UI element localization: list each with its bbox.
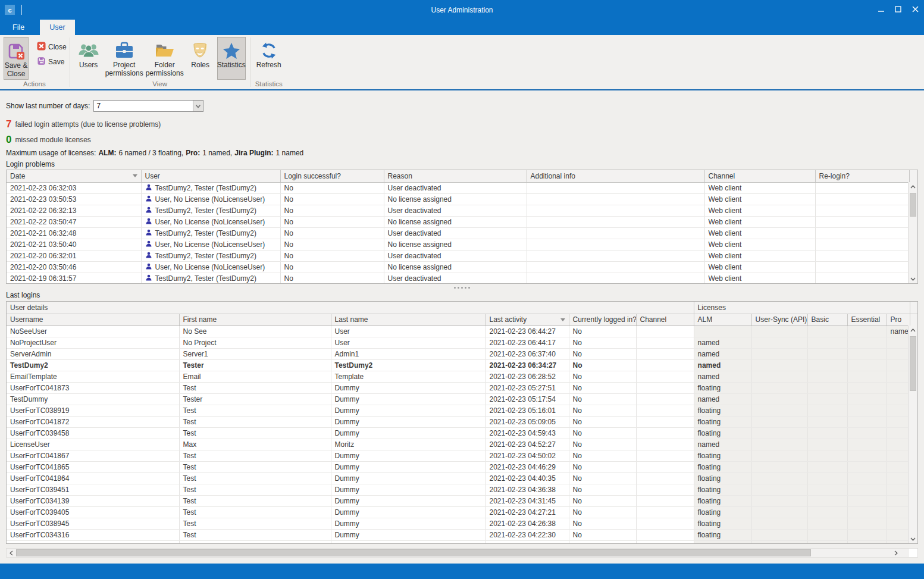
scrollbar-thumb[interactable] (16, 549, 811, 556)
column-header-username[interactable]: Username (7, 314, 179, 326)
combobox-dropdown-button[interactable] (193, 101, 203, 111)
tab-user[interactable]: User (40, 20, 74, 35)
table-row[interactable]: 2021-02-20 06:32:01TestDumy2, Tester (Te… (7, 250, 917, 261)
close-red-icon (37, 42, 46, 52)
column-header-alm[interactable]: ALM (694, 314, 751, 326)
cell-pro (887, 495, 910, 506)
login-problems-grid: Date User Login successful? Reason Addit… (6, 170, 918, 284)
table-row[interactable]: UserForTC039405TestDummy2021-02-23 04:27… (7, 506, 917, 518)
table-row[interactable]: UserForTC038919TestDummy2021-02-23 05:16… (7, 405, 917, 416)
column-header-essential[interactable]: Essential (847, 314, 887, 326)
cell-basic (807, 427, 847, 439)
cell-essential (847, 439, 887, 450)
cell-essential (847, 348, 887, 359)
column-header-pro[interactable]: Pro (887, 314, 910, 326)
column-header-last-name[interactable]: Last name (331, 314, 486, 326)
days-input[interactable] (94, 101, 193, 111)
cell-basic (807, 472, 847, 484)
cell-alm: floating (694, 540, 751, 544)
column-header-login-successful[interactable]: Login successful? (280, 170, 384, 182)
table-row[interactable]: UserForTC041865TestDummy2021-02-23 04:46… (7, 461, 917, 472)
scrollbar-thumb[interactable] (910, 336, 916, 391)
table-row[interactable]: UserForTC041873TestDummy2021-02-23 05:27… (7, 382, 917, 393)
column-header-basic[interactable]: Basic (807, 314, 847, 326)
days-combobox[interactable] (93, 100, 203, 112)
cell-logged_in: No (569, 382, 636, 393)
table-row[interactable]: 2021-02-21 03:50:40User, No License (NoL… (7, 239, 917, 250)
save-and-close-button[interactable]: Save & Close (4, 37, 29, 80)
table-row[interactable]: UserForTC034139TestDummy2021-02-23 04:31… (7, 495, 917, 506)
column-header-first-name[interactable]: First name (179, 314, 331, 326)
last-logins-grid: User details Licenses Username First nam… (6, 301, 918, 544)
table-row[interactable]: LicenseUserMaxMoritz2021-02-23 04:52:27N… (7, 439, 917, 450)
alm-value: 6 named / 3 floating, (118, 149, 183, 157)
table-row[interactable]: EmailTemplateEmailTemplate2021-02-23 06:… (7, 371, 917, 382)
table-row[interactable]: TestDumy2TesterTestDumy22021-02-23 06:34… (7, 359, 917, 371)
table-row[interactable]: UserForTC041867TestDummy2021-02-23 04:50… (7, 450, 917, 461)
column-header-channel[interactable]: Channel (704, 170, 815, 182)
splitter-handle[interactable] (6, 284, 918, 291)
roles-button[interactable]: Roles (186, 37, 215, 80)
scroll-up-button[interactable] (909, 182, 917, 191)
table-row[interactable]: 2021-02-22 03:50:47User, No License (NoL… (7, 216, 917, 227)
column-header-last-activity[interactable]: Last activity (486, 314, 569, 326)
table-row[interactable]: NoProjectUserNo ProjectUser2021-02-23 06… (7, 337, 917, 348)
column-header-date[interactable]: Date (7, 170, 141, 182)
cell-last_name: Dummy (331, 472, 486, 484)
scroll-right-button[interactable] (891, 549, 901, 557)
table-row[interactable]: 2021-02-20 03:50:46User, No License (NoL… (7, 261, 917, 273)
scrollbar-thumb[interactable] (910, 193, 916, 217)
horizontal-scrollbar[interactable] (6, 548, 918, 558)
table-row[interactable]: 2021-02-23 03:50:53User, No License (NoL… (7, 193, 917, 205)
scroll-down-button[interactable] (909, 534, 917, 543)
table-row[interactable]: UserForTC034316TestDummy2021-02-23 04:22… (7, 529, 917, 540)
column-header-reason[interactable]: Reason (384, 170, 527, 182)
table-row[interactable]: NoSeeUserNo SeeUser2021-02-23 06:44:27No… (7, 326, 917, 337)
band-licenses: Licenses (694, 302, 910, 314)
column-header-user[interactable]: User (141, 170, 280, 182)
close-window-button[interactable] (907, 0, 924, 20)
cell-user_sync (751, 405, 807, 416)
project-permissions-button[interactable]: Project permissions (105, 37, 143, 80)
folder-permissions-button[interactable]: Folder permissions (146, 37, 184, 80)
cell-basic (807, 461, 847, 472)
table-row[interactable]: UserForTC039451TestDummy2021-02-23 04:36… (7, 484, 917, 495)
table-row[interactable]: UserForTC041864TestDummy2021-02-23 04:40… (7, 472, 917, 484)
table-row[interactable]: UserForTC039458TestDummy2021-02-23 04:59… (7, 427, 917, 439)
cell-last_name: Dummy (331, 393, 486, 405)
column-header-logged-in[interactable]: Currently logged in? (569, 314, 636, 326)
column-header-user-sync[interactable]: User-Sync (API) (751, 314, 807, 326)
scroll-left-button[interactable] (7, 549, 16, 557)
cell-alm: named (694, 337, 751, 348)
table-row[interactable]: 2021-02-23 06:32:03TestDumy2, Tester (Te… (7, 182, 917, 193)
app-icon[interactable]: c (5, 5, 15, 15)
cell-basic (807, 405, 847, 416)
login-problems-vscrollbar[interactable] (908, 182, 917, 283)
save-button[interactable]: Save (37, 57, 67, 67)
column-header-relogin[interactable]: Re-login? (815, 170, 909, 182)
maximize-button[interactable] (889, 0, 907, 20)
users-button[interactable]: Users (74, 37, 103, 80)
refresh-button[interactable]: Refresh (255, 37, 283, 80)
tab-file[interactable]: File (3, 20, 34, 35)
scroll-down-button[interactable] (909, 274, 917, 283)
cell-alm: named (694, 371, 751, 382)
table-row[interactable]: 2021-02-21 06:32:48TestDumy2, Tester (Te… (7, 227, 917, 239)
column-header-additional-info[interactable]: Additional info (527, 170, 704, 182)
table-row[interactable]: UserForTC038945TestDummy2021-02-23 04:26… (7, 518, 917, 529)
table-row[interactable]: TestDummyTesterDummy2021-02-23 05:17:54N… (7, 393, 917, 405)
table-row[interactable]: UserForTC041872TestDummy2021-02-23 05:09… (7, 416, 917, 427)
cell-last_activity: 2021-02-23 04:36:38 (486, 484, 569, 495)
scroll-up-button[interactable] (909, 326, 917, 334)
table-row[interactable]: 2021-02-19 06:31:57TestDumy2, Tester (Te… (7, 273, 917, 284)
statistics-button[interactable]: Statistics (217, 37, 246, 80)
cell-username: LicenseUser (7, 439, 179, 450)
table-row[interactable]: UserForTC033910TestDummy2021-02-23 04:21… (7, 540, 917, 544)
table-row[interactable]: ServerAdminServer1Admin12021-02-23 06:37… (7, 348, 917, 359)
last-logins-vscrollbar[interactable] (908, 326, 917, 543)
minimize-button[interactable] (872, 0, 889, 20)
cell-user_sync (751, 540, 807, 544)
table-row[interactable]: 2021-02-22 06:32:13TestDumy2, Tester (Te… (7, 205, 917, 216)
column-header-channel[interactable]: Channel (636, 314, 694, 326)
close-button[interactable]: Close (37, 42, 67, 52)
